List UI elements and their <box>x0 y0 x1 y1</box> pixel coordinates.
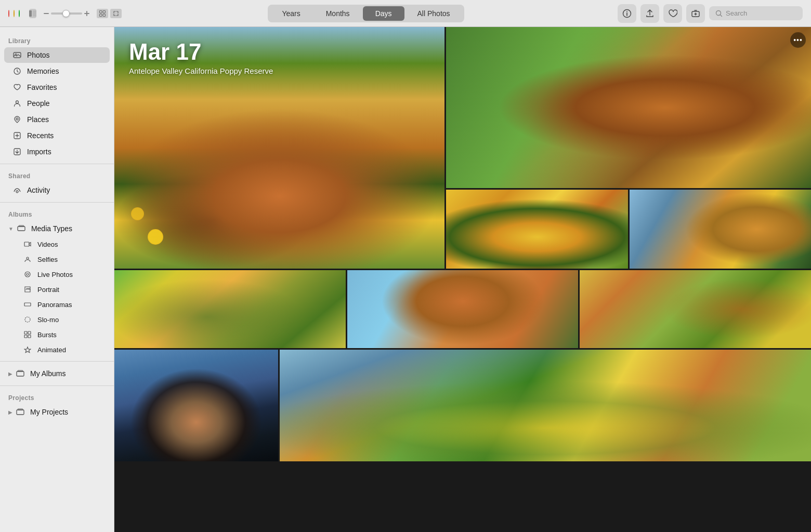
svg-rect-25 <box>33 10 36 17</box>
photo-3 <box>446 190 628 269</box>
my-projects-icon <box>16 407 25 417</box>
svg-rect-24 <box>29 10 32 17</box>
sidebar-item-memories[interactable]: Memories <box>4 63 110 79</box>
toolbar-right: Search <box>618 4 811 23</box>
photo-3-overlay <box>446 190 628 269</box>
divider-2 <box>0 202 114 203</box>
location-subtitle: Antelope Valley California Poppy Reserve <box>129 66 273 75</box>
shared-section-title: Shared <box>0 168 114 182</box>
photo-6-overlay <box>347 270 579 348</box>
sidebar-toggle-button[interactable] <box>29 9 36 18</box>
sidebar-item-photos[interactable]: Photos <box>4 47 110 63</box>
main-photo: Mar 17 Antelope Valley California Poppy … <box>114 27 444 269</box>
traffic-lights-group <box>0 9 114 18</box>
sidebar-item-bursts[interactable]: Bursts <box>4 327 110 342</box>
favorites-icon <box>12 83 22 92</box>
titlebar: Years Months Days All Photos <box>0 0 811 27</box>
zoom-slider-container <box>44 11 89 16</box>
projects-section-title: Projects <box>0 390 114 404</box>
add-to-album-button[interactable] <box>686 4 705 23</box>
zoom-slider-thumb[interactable] <box>62 10 70 17</box>
svg-point-11 <box>27 257 29 259</box>
sidebar-item-imports[interactable]: Imports <box>4 144 110 159</box>
tab-days[interactable]: Days <box>363 6 404 21</box>
my-projects-label: My Projects <box>30 408 68 416</box>
tab-group-container: Years Months Days All Photos <box>114 5 618 22</box>
photo-9 <box>280 350 811 461</box>
sidebar-item-places[interactable]: Places <box>4 112 110 127</box>
svg-rect-8 <box>18 227 25 231</box>
recents-icon <box>12 131 22 140</box>
selfies-icon <box>23 255 32 264</box>
content-area: Mar 17 Antelope Valley California Poppy … <box>114 27 811 532</box>
photo-5 <box>114 270 346 348</box>
sidebar-item-activity[interactable]: Activity <box>4 182 110 198</box>
sidebar-item-videos[interactable]: Videos <box>4 237 110 251</box>
photos-icon <box>12 50 22 60</box>
sidebar-item-portrait[interactable]: Portrait <box>4 282 110 297</box>
close-button[interactable] <box>8 10 9 17</box>
divider-4 <box>0 385 114 386</box>
zoom-slider[interactable] <box>51 12 82 15</box>
favorite-button[interactable] <box>663 4 682 23</box>
animated-label: Animated <box>37 346 66 354</box>
more-button[interactable]: ••• <box>790 32 806 48</box>
svg-rect-19 <box>28 335 31 338</box>
my-albums-label: My Albums <box>30 369 66 378</box>
slo-mo-icon <box>23 315 32 324</box>
search-bar[interactable]: Search <box>709 6 803 20</box>
divider-1 <box>0 164 114 164</box>
bottom-row <box>114 350 811 461</box>
middle-row <box>114 270 811 348</box>
panoramas-icon <box>23 300 32 309</box>
videos-icon <box>23 240 32 249</box>
sidebar-item-slo-mo[interactable]: Slo-mo <box>4 312 110 327</box>
albums-section-title: Albums <box>0 207 114 220</box>
svg-rect-20 <box>17 371 24 376</box>
photo-8 <box>114 350 278 461</box>
bursts-icon <box>23 330 32 339</box>
svg-rect-18 <box>24 335 27 338</box>
sidebar-item-media-types[interactable]: ▼ Media Types <box>4 221 110 236</box>
svg-rect-10 <box>24 242 29 246</box>
grid-view-button[interactable] <box>97 9 108 18</box>
minimize-button[interactable] <box>14 10 15 17</box>
imports-label: Imports <box>27 148 51 156</box>
sidebar-item-recents[interactable]: Recents <box>4 128 110 143</box>
photo-7-overlay <box>580 270 811 348</box>
svg-point-15 <box>25 317 30 322</box>
info-button[interactable] <box>618 4 636 23</box>
photos-label: Photos <box>27 51 50 59</box>
sidebar-item-live-photos[interactable]: Live Photos <box>4 267 110 282</box>
photo-2: ••• <box>446 27 811 188</box>
tab-all-photos[interactable]: All Photos <box>405 6 463 21</box>
recents-label: Recents <box>27 131 54 140</box>
expand-arrow-icon: ▼ <box>8 226 14 232</box>
tab-months[interactable]: Months <box>313 6 362 21</box>
tab-years[interactable]: Years <box>269 6 312 21</box>
sidebar-item-animated[interactable]: Animated <box>4 342 110 357</box>
date-overlay: Mar 17 Antelope Valley California Poppy … <box>129 39 273 75</box>
maximize-button[interactable] <box>19 10 20 17</box>
live-photos-icon <box>23 270 32 279</box>
share-button[interactable] <box>640 4 659 23</box>
my-albums-icon <box>16 369 25 378</box>
bursts-label: Bursts <box>37 331 57 339</box>
sidebar-item-favorites[interactable]: Favorites <box>4 79 110 95</box>
top-right-bottom <box>446 190 811 269</box>
more-dots: ••• <box>793 36 803 44</box>
sidebar-item-people[interactable]: People <box>4 96 110 111</box>
flower-1 <box>148 229 163 245</box>
memories-icon <box>12 66 22 76</box>
svg-rect-17 <box>28 331 31 334</box>
live-photos-label: Live Photos <box>37 271 73 278</box>
photo-8-overlay <box>114 350 278 461</box>
sidebar-item-my-projects[interactable]: ▶ My Projects <box>4 404 110 420</box>
sidebar-item-panoramas[interactable]: Panoramas <box>4 297 110 312</box>
sidebar-item-my-albums[interactable]: ▶ My Albums <box>4 366 110 381</box>
svg-point-34 <box>626 11 627 12</box>
sidebar-item-selfies[interactable]: Selfies <box>4 252 110 267</box>
memories-label: Memories <box>27 67 59 75</box>
favorites-label: Favorites <box>27 83 57 91</box>
my-projects-expand-icon: ▶ <box>8 409 12 415</box>
